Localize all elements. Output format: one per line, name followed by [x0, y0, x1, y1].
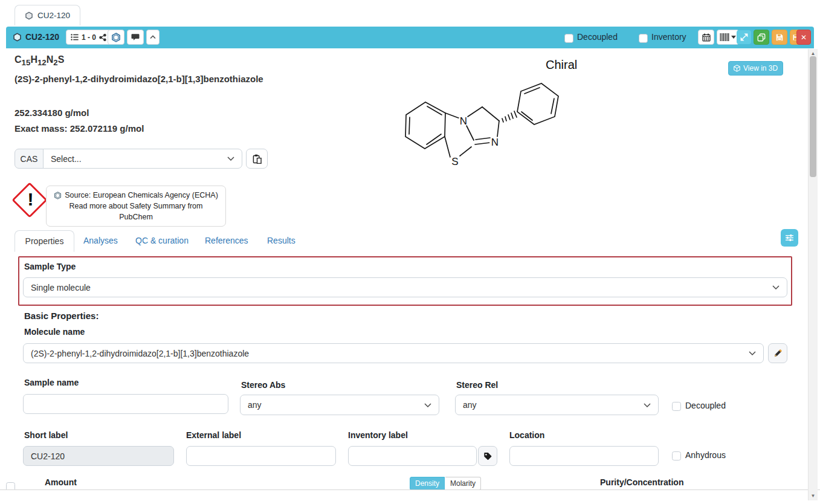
inventory-checkbox-label: Inventory: [651, 32, 686, 42]
stereo-rel-select[interactable]: any: [455, 395, 659, 415]
edit-molecule-name-button[interactable]: [768, 343, 787, 363]
inventory-tag-button[interactable]: [478, 446, 497, 466]
chevron-down-icon: [749, 351, 756, 355]
benzene-icon: [13, 33, 22, 42]
view-in-3d-button[interactable]: View in 3D: [728, 61, 783, 76]
tab-properties[interactable]: Properties: [15, 230, 74, 252]
cas-copy-button[interactable]: [246, 149, 268, 169]
scroll-down-icon[interactable]: ▼: [809, 493, 818, 499]
molecule-structure-drawing: N N S: [387, 77, 592, 180]
save-button[interactable]: [772, 30, 787, 45]
amount-label: Amount: [45, 477, 77, 487]
density-toggle-button[interactable]: Density: [410, 477, 445, 490]
safety-source-line: Source: European Chemicals Agency (ECHA): [65, 190, 218, 201]
vertical-scrollbar[interactable]: ▲ ▼: [808, 49, 818, 500]
scrollbar-thumb[interactable]: [810, 56, 816, 177]
inventory-label-input[interactable]: [348, 446, 477, 466]
molecule-structure-button[interactable]: [108, 30, 124, 45]
chevron-up-icon: [150, 35, 156, 39]
exclamation-mark: !: [27, 189, 33, 210]
short-label-label: Short label: [24, 430, 68, 440]
chevron-down-icon: [644, 403, 651, 407]
molecule-hexagon-icon: [111, 33, 121, 42]
safety-read-more-line: Read more about Safety Summary from PubC…: [54, 201, 218, 222]
short-label-input: [23, 446, 174, 466]
svg-text:N: N: [460, 115, 467, 127]
molecule-iupac-name: (2S)-2-phenyl-1,2-dihydroimidazo[2,1-b][…: [15, 73, 270, 85]
list-icon: [71, 33, 79, 41]
copy-icon: [757, 33, 766, 42]
stereo-rel-value: any: [463, 400, 477, 410]
clone-button[interactable]: [754, 30, 769, 45]
sample-name-label: Sample name: [24, 378, 79, 387]
tab-cu2-120[interactable]: CU2-120: [15, 5, 80, 25]
exact-mass: Exact mass: 252.072119 g/mol: [15, 123, 144, 134]
anhydrous-label: Anhydrous: [685, 450, 726, 460]
echa-hexagon-icon: [54, 192, 62, 199]
sample-header-bar: CU2-120 1 - 0 Decoupled: [6, 27, 814, 48]
molarity-toggle-button[interactable]: Molarity: [445, 477, 481, 490]
inventory-checkbox[interactable]: [639, 33, 648, 43]
calendar-icon: [702, 33, 711, 42]
chevron-down-icon: [424, 403, 431, 407]
tab-settings-button[interactable]: [781, 229, 798, 247]
basic-properties-heading: Basic Properties:: [24, 311, 98, 321]
benzene-icon: [25, 11, 33, 20]
sample-type-value: Single molecule: [31, 283, 91, 292]
location-label: Location: [509, 430, 544, 440]
external-label-label: External label: [186, 430, 241, 440]
chevron-down-icon: [772, 285, 780, 289]
tag-icon: [483, 452, 492, 460]
view-in-3d-label: View in 3D: [743, 64, 778, 73]
counter-badge: 1 - 0: [82, 33, 96, 42]
tab-qc-curation[interactable]: QC & curation: [135, 236, 189, 245]
decoupled-form-label: Decoupled: [685, 401, 726, 410]
sample-title: CU2-120: [25, 32, 59, 42]
close-x-icon: ✕: [801, 34, 807, 41]
collection-counter-button[interactable]: 1 - 0: [66, 30, 111, 45]
stereo-abs-value: any: [248, 400, 262, 410]
cas-select-value: Select...: [51, 154, 82, 164]
decoupled-checkbox-label: Decoupled: [577, 32, 618, 42]
safety-source-button[interactable]: Source: European Chemicals Agency (ECHA)…: [46, 186, 226, 227]
tab-analyses[interactable]: Analyses: [83, 236, 118, 245]
cube-3d-icon: [734, 65, 740, 72]
location-input[interactable]: [509, 446, 659, 466]
sample-name-input[interactable]: [23, 394, 228, 414]
collapse-button[interactable]: [146, 30, 160, 45]
chiral-label: Chiral: [546, 58, 577, 72]
caret-down-icon: [731, 36, 736, 39]
molecule-name-select[interactable]: (2S)-2-phenyl-1,2-dihydroimidazo[2,1-b][…: [23, 343, 764, 363]
sample-type-select[interactable]: Single molecule: [23, 277, 787, 297]
clipboard-icon: [253, 154, 262, 164]
calendar-button[interactable]: [698, 30, 714, 45]
ghs-exclamation-pictogram: !: [11, 182, 47, 218]
amount-lock-checkbox[interactable]: [6, 481, 15, 490]
close-button[interactable]: ✕: [796, 30, 811, 45]
expand-arrows-icon: [740, 33, 748, 41]
app-window: CU2-120 CU2-120 1 - 0: [0, 0, 820, 504]
decoupled-checkbox[interactable]: [564, 33, 573, 43]
anhydrous-checkbox[interactable]: [672, 450, 681, 460]
external-label-input[interactable]: [186, 446, 336, 466]
decoupled-form-checkbox[interactable]: [672, 401, 681, 411]
save-floppy-icon: [775, 33, 784, 42]
tab-properties-label: Properties: [25, 236, 64, 246]
tab-references[interactable]: References: [205, 236, 248, 245]
pencil-icon: [773, 349, 783, 358]
stereo-abs-select[interactable]: any: [240, 395, 439, 415]
cas-select[interactable]: Select...: [43, 149, 242, 169]
scroll-up-icon[interactable]: ▲: [809, 51, 818, 56]
molecular-formula: C15H12N2S: [15, 54, 64, 67]
barcode-button[interactable]: [717, 30, 739, 45]
tab-results[interactable]: Results: [267, 236, 295, 245]
comment-icon: [131, 33, 140, 41]
sample-detail-panel: C15H12N2S (2S)-2-phenyl-1,2-dihydroimida…: [0, 48, 820, 490]
inventory-label-label: Inventory label: [348, 430, 408, 440]
comments-button[interactable]: [127, 30, 144, 45]
svg-text:N: N: [491, 137, 499, 148]
stereo-rel-label: Stereo Rel: [456, 380, 498, 390]
fullscreen-button[interactable]: [737, 30, 751, 44]
tab-title: CU2-120: [37, 11, 70, 20]
molecule-name-value: (2S)-2-phenyl-1,2-dihydroimidazo[2,1-b][…: [31, 349, 249, 358]
